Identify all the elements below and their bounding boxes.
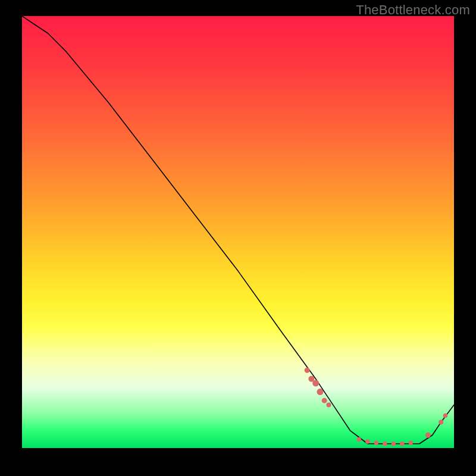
- point-cluster-left-1: [305, 368, 310, 373]
- point-bottom-1: [356, 437, 361, 442]
- point-bottom-6: [400, 441, 405, 446]
- point-cluster-left-3: [312, 380, 319, 387]
- point-cluster-left-5: [322, 398, 327, 403]
- chart-frame: TheBottleneck.com: [0, 0, 476, 476]
- point-cluster-left-6: [326, 402, 331, 407]
- plot-area: [22, 16, 454, 448]
- point-right-2: [439, 419, 443, 424]
- point-bottom-4: [383, 441, 387, 446]
- watermark-text: TheBottleneck.com: [356, 2, 470, 18]
- point-right-1: [425, 433, 431, 438]
- point-bottom-7: [409, 440, 414, 445]
- point-cluster-left-4: [317, 389, 323, 395]
- bottleneck-curve: [22, 16, 454, 444]
- chart-svg: [22, 16, 454, 448]
- point-bottom-5: [392, 441, 396, 446]
- data-points: [305, 368, 448, 446]
- point-right-3: [443, 414, 448, 418]
- point-bottom-3: [374, 440, 379, 445]
- point-bottom-2: [365, 439, 370, 444]
